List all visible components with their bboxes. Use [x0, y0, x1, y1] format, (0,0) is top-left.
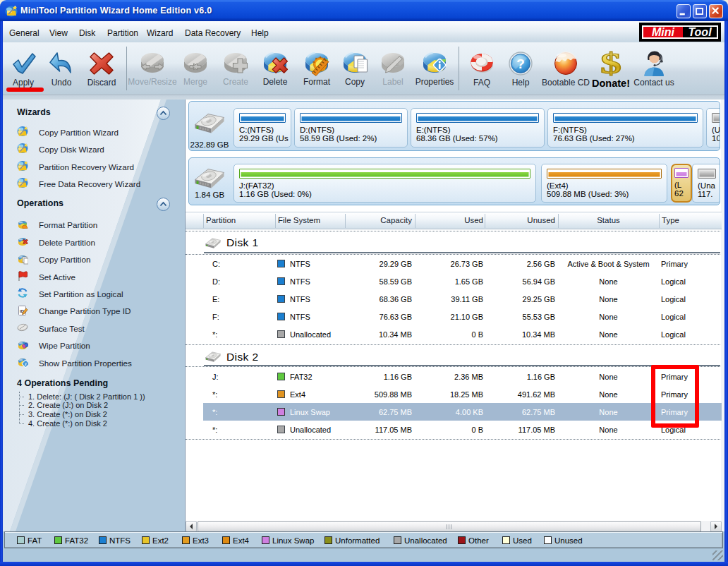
- svg-text:$: $: [600, 50, 621, 77]
- svg-text:?: ?: [516, 56, 525, 71]
- svg-text:i: i: [25, 361, 26, 367]
